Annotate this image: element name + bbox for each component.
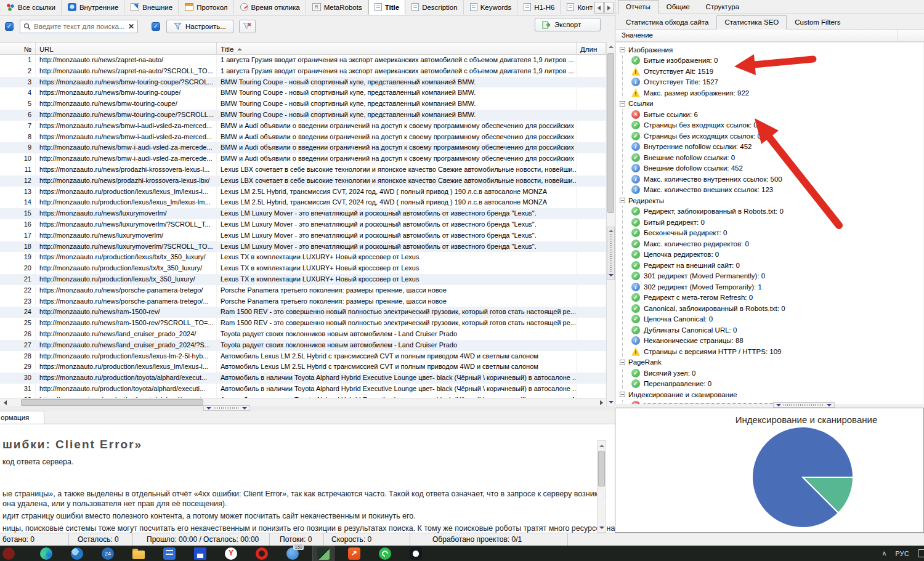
table-row[interactable]: 22https://monzaauto.ru/news/porsche-pana… [0,285,606,296]
opera-icon-slot[interactable] [251,546,272,561]
tree-group[interactable]: –Изображения [620,44,923,55]
info-scroll-up[interactable] [598,441,606,450]
table-row[interactable]: 5http://monzaauto.ru/news/bmw-touring-co… [0,99,606,110]
column-header-title[interactable]: Title [217,42,577,54]
whatsapp-icon-slot[interactable] [375,546,395,561]
tree-item[interactable]: iМакс. количество внешних ссылок: 123 [631,185,923,196]
horizontal-splitter[interactable] [0,406,615,411]
tree-item[interactable]: iВнешние dofollow ссылки: 452 [631,163,923,174]
calculator-icon-slot[interactable] [159,546,180,561]
save-app-icon[interactable] [194,547,206,560]
folder-icon[interactable] [132,551,145,559]
table-row[interactable]: 15https://monzaauto.ru/news/luxurymoverl… [0,208,606,219]
chart-app-icon-slot[interactable]: ↗ [344,546,365,561]
reset-filter-button[interactable] [239,20,256,33]
tree-item[interactable]: iВнутренние nofollow ссылки: 452 [631,142,923,153]
subtab-Custom Filters[interactable]: Custom Filters [787,15,848,30]
tree-item[interactable]: ✓Редирект, заблокированный в Robots.txt:… [631,206,923,217]
table-row[interactable]: 27http://monzaauto.ru/news/land_cruiser_… [0,340,606,351]
tree-item[interactable]: ✓Цепочка Canonical: 0 [631,314,923,325]
table-row[interactable]: 16https://monzaauto.ru/news/luxurymoverl… [0,219,606,230]
column-header-length[interactable]: Длин [577,42,606,54]
tree-item[interactable]: iНеканонические страницы: 88 [631,336,923,347]
table-horizontal-scrollbar[interactable] [0,398,606,406]
tree-item[interactable]: ✓Страницы без входящих ссылок: 0 [631,120,923,131]
table-row[interactable]: 31http://monzaauto.ru/production/toyota/… [0,384,606,395]
tree-item[interactable]: iМакс. количество внутренних ссылок: 500 [631,174,923,185]
value-column-header[interactable]: Значение [615,30,924,42]
tab-title[interactable]: Title [368,0,405,15]
table-row[interactable]: 30https://monzaauto.ru/production/toyota… [0,373,606,384]
tree-group[interactable]: –PageRank [620,357,923,368]
chart-app-icon[interactable]: ↗ [348,547,360,560]
stats-badge-icon-slot[interactable]: 159 [282,546,303,561]
tree-group[interactable]: –Редиректы [620,195,923,206]
vertical-scroll-thumb[interactable] [607,53,614,213]
tab-scroll-left-button[interactable] [594,2,604,14]
tab-metarobots[interactable]: MetaRobots [306,0,368,15]
table-row[interactable]: 21http://monzaauto.ru/production/lexus/t… [0,274,606,285]
clock24-icon[interactable]: 24 [102,547,114,560]
configure-filter-button[interactable]: Настроить... [166,20,233,33]
clock24-icon-slot[interactable]: 24 [97,546,118,561]
site-analyzer-icon[interactable] [317,547,330,560]
tree-item[interactable]: ✓Битый редирект: 0 [631,217,923,228]
tree-item[interactable]: ✓Внешние nofollow ссылки: 0 [631,152,923,163]
column-header-url[interactable]: URL [36,42,217,54]
stats-badge-icon[interactable]: 159 [286,547,299,560]
table-row[interactable]: 23https://monzaauto.ru/news/porsche-pana… [0,296,606,307]
info-vertical-scrollbar[interactable] [597,440,606,533]
table-row[interactable]: 28http://monzaauto.ru/production/lexus/l… [0,351,606,362]
tree-item[interactable]: ✓Бесконечный редирект: 0 [631,228,923,239]
thunderbird-icon[interactable] [71,547,83,560]
tree-item[interactable]: ✓Висячий узел: 0 [631,368,923,379]
tab-internal[interactable]: Внутренние [62,0,124,15]
tree-item[interactable]: ✓Canonical, заблокированный в Robots.txt… [631,303,923,314]
save-app-icon-slot[interactable] [190,546,211,561]
touch-keyboard-icon[interactable] [918,549,924,557]
table-row[interactable]: 7https://monzaauto.ru/news/bmw-i-audi-vs… [0,121,606,132]
tray-chevron-up-icon[interactable]: ∧ [881,549,886,557]
tab-content[interactable]: Контент [561,0,593,15]
tree-item[interactable]: !Отсутствует Alt: 1519 [631,66,923,77]
filter-enabled-checkbox[interactable]: ✓ [152,22,160,31]
tab-Структура[interactable]: Структура [698,0,748,14]
table-row[interactable]: 17http://monzaauto.ru/news/luxurymoverlm… [0,230,606,241]
tree-group[interactable]: –Индексирование и сканирование [620,389,923,400]
export-button[interactable]: Экспорт [535,18,601,31]
site-analyzer-icon-slot[interactable] [313,546,334,561]
tab-description[interactable]: Description [405,0,464,15]
collapse-icon[interactable]: – [620,198,625,203]
tree-item[interactable]: iОтсутствует Title: 1527 [631,77,923,88]
tree-item[interactable]: ✓301 редирект (Moved Permanently): 0 [631,271,923,282]
tree-item[interactable]: ✓Перенаправление: 0 [631,379,923,390]
edge-icon-slot[interactable] [36,546,57,561]
table-row[interactable]: 8https://monzaauto.ru/news/bmw-i-audi-vs… [0,132,606,143]
yandex-browser-icon-slot[interactable]: Y [221,546,241,561]
tree-item[interactable]: ✓Цепочка редиректов: 0 [631,249,923,260]
tree-item[interactable]: ✓Редирект с мета-тегом Refresh: 0 [631,293,923,304]
partial-app-icon-slot[interactable] [5,546,26,561]
table-row[interactable]: 11https://monzaauto.ru/news/prodazhi-kro… [0,164,606,176]
collapse-icon[interactable]: – [620,47,625,52]
table-row[interactable]: 10http://monzaauto.ru/news/bmw-i-audi-vs… [0,153,606,164]
github-icon[interactable] [410,547,422,560]
folder-icon-slot[interactable] [128,546,149,561]
left-splitter-handle[interactable] [203,405,250,411]
opera-icon[interactable] [256,547,268,560]
tree-item[interactable]: i302 редирект (Moved Temporarily): 1 [631,281,923,293]
scroll-down-arrow[interactable] [607,397,615,406]
collapse-icon[interactable]: – [620,392,625,397]
horizontal-scroll-thumb[interactable] [21,399,203,406]
table-row[interactable]: 6http://monzaauto.ru/news/bmw-touring-co… [0,110,606,121]
table-row[interactable]: 1http://monzaauto.ru/news/zapret-na-auto… [0,55,606,66]
tab-information[interactable]: ормация [0,411,44,424]
tree-item[interactable]: ✓Дубликаты Canonical URL: 0 [631,325,923,336]
search-input[interactable]: Введите текст для поиска... [34,23,125,30]
table-row[interactable]: 29https://monzaauto.ru/production/lexus/… [0,361,606,373]
table-row[interactable]: 26http://monzaauto.ru/news/land_cruiser_… [0,329,606,340]
table-vertical-scrollbar[interactable] [606,42,615,406]
right-splitter-handle[interactable] [773,402,835,408]
tab-Общие[interactable]: Общие [659,0,698,14]
search-box[interactable]: Введите текст для поиска... ✕ [20,20,138,33]
